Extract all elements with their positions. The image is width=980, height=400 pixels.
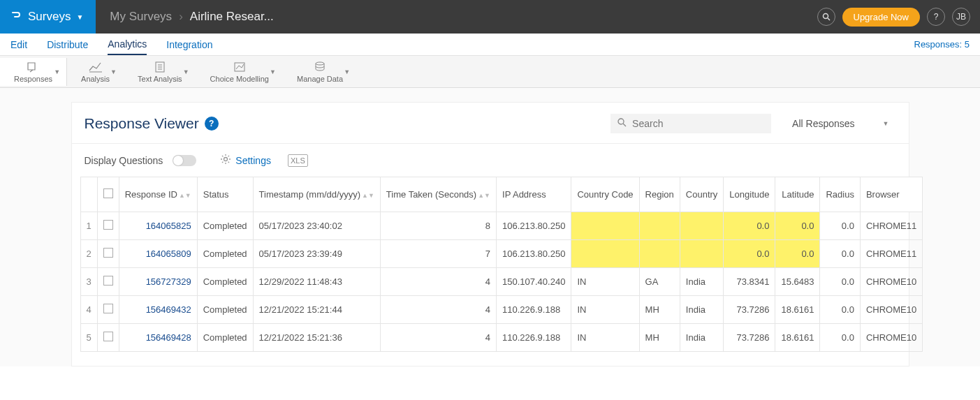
cell-time-taken: 4 [380, 296, 496, 324]
gear-icon [220, 154, 231, 167]
cell-country [680, 240, 724, 268]
cell-region: MH [639, 324, 680, 352]
cell-ip: 110.226.9.188 [497, 324, 571, 352]
col-ip[interactable]: IP Address [497, 177, 571, 212]
filter-dropdown[interactable]: All Responses ▼ [785, 114, 895, 133]
svg-line-1 [828, 18, 830, 20]
row-checkbox[interactable] [103, 220, 113, 230]
toolbar: Responses ▼ Analysis ▼ Text Analysis ▼ C… [0, 56, 980, 88]
table-row: 1164065825Completed05/17/2023 23:40:0281… [80, 212, 923, 240]
cell-time-taken: 4 [380, 268, 496, 296]
cell-region [639, 212, 680, 240]
panel-title-text: Response Viewer [85, 115, 199, 132]
controls-row: Display Questions Settings XLS [72, 144, 909, 177]
row-checkbox[interactable] [103, 304, 113, 313]
tool-text-analysis-label: Text Analysis [138, 75, 182, 83]
col-status[interactable]: Status [197, 177, 253, 212]
tab-integration[interactable]: Integration [166, 35, 212, 54]
response-id-link[interactable]: 164065825 [146, 221, 191, 231]
display-questions-toggle[interactable] [173, 155, 196, 166]
col-timestamp[interactable]: Timestamp (mm/dd/yyyy)▲▼ [253, 177, 380, 212]
cell-radius: 0.0 [820, 212, 860, 240]
cell-region: MH [639, 296, 680, 324]
caret-down-icon[interactable]: ▼ [106, 68, 121, 75]
cell-status: Completed [197, 268, 253, 296]
col-time-taken[interactable]: Time Taken (Seconds)▲▼ [380, 177, 496, 212]
cell-browser: CHROME11 [860, 240, 922, 268]
row-checkbox[interactable] [103, 276, 113, 286]
col-country[interactable]: Country [680, 177, 724, 212]
cell-radius: 0.0 [820, 324, 860, 352]
caret-down-icon[interactable]: ▼ [339, 68, 354, 75]
upgrade-button[interactable]: Upgrade Now [842, 8, 921, 27]
top-bar: Surveys ▼ My Surveys › Airline Resear...… [0, 0, 980, 34]
settings-label: Settings [235, 155, 271, 166]
cell-longitude: 73.7286 [724, 324, 775, 352]
col-latitude[interactable]: Latitude [775, 177, 820, 212]
cell-country: India [680, 268, 724, 296]
cell-longitude: 73.7286 [724, 296, 775, 324]
caret-down-icon: ▼ [76, 13, 83, 21]
cell-timestamp: 05/17/2023 23:39:49 [253, 240, 380, 268]
svg-point-8 [316, 62, 324, 65]
cell-response-id: 156469432 [119, 296, 197, 324]
col-longitude[interactable]: Longitude [724, 177, 775, 212]
cell-country: India [680, 296, 724, 324]
cell-country-code [571, 240, 639, 268]
response-id-link[interactable]: 164065809 [146, 249, 191, 259]
cell-checkbox [97, 324, 119, 352]
help-icon[interactable]: ? [927, 8, 945, 26]
response-id-link[interactable]: 156469428 [146, 332, 191, 343]
tool-manage-data-label: Manage Data [297, 75, 343, 83]
col-region[interactable]: Region [639, 177, 680, 212]
cell-region: GA [639, 268, 680, 296]
col-browser[interactable]: Browser [860, 177, 922, 212]
select-all-checkbox[interactable] [103, 188, 113, 198]
cell-longitude: 0.0 [724, 240, 775, 268]
manage-data-icon [312, 61, 328, 75]
breadcrumb-current: Airline Resear... [190, 10, 274, 24]
tab-distribute[interactable]: Distribute [47, 35, 88, 54]
tab-analytics[interactable]: Analytics [108, 34, 147, 55]
cell-latitude: 0.0 [775, 212, 820, 240]
responses-count[interactable]: Responses: 5 [914, 39, 970, 50]
caret-down-icon[interactable]: ▼ [50, 68, 64, 75]
cell-latitude: 18.6161 [775, 324, 820, 352]
response-id-link[interactable]: 156727329 [146, 276, 191, 287]
cell-radius: 0.0 [820, 268, 860, 296]
export-xls-button[interactable]: XLS [288, 154, 308, 167]
breadcrumb-parent[interactable]: My Surveys [110, 10, 172, 24]
response-id-link[interactable]: 156469432 [146, 304, 191, 315]
settings-link[interactable]: Settings [220, 154, 271, 167]
caret-down-icon[interactable]: ▼ [179, 68, 193, 75]
caret-down-icon[interactable]: ▼ [265, 68, 280, 75]
row-checkbox[interactable] [103, 248, 113, 258]
user-avatar[interactable]: JB [952, 8, 970, 26]
cell-response-id: 156727329 [119, 268, 197, 296]
choice-modelling-icon [232, 61, 247, 75]
cell-index: 2 [80, 240, 97, 268]
row-checkbox[interactable] [103, 332, 113, 341]
search-icon[interactable] [817, 8, 835, 26]
cell-longitude: 0.0 [724, 212, 775, 240]
cell-status: Completed [197, 324, 253, 352]
cell-response-id: 164065809 [119, 240, 197, 268]
surveys-menu-label: Surveys [28, 10, 71, 24]
tab-edit[interactable]: Edit [10, 35, 27, 54]
topbar-right: Upgrade Now ? JB [817, 8, 981, 27]
col-response-id[interactable]: Response ID▲▼ [119, 177, 197, 212]
cell-ip: 106.213.80.250 [497, 240, 571, 268]
cell-latitude: 15.6483 [775, 268, 820, 296]
search-box[interactable] [610, 114, 771, 133]
cell-status: Completed [197, 296, 253, 324]
chevron-right-icon: › [179, 10, 183, 24]
sort-icon: ▲▼ [362, 192, 374, 199]
search-input[interactable] [632, 118, 764, 129]
tool-choice-modelling-label: Choice Modelling [210, 75, 269, 83]
cell-browser: CHROME10 [860, 296, 922, 324]
panel-title: Response Viewer ? [85, 115, 219, 132]
col-radius[interactable]: Radius [820, 177, 860, 212]
col-country-code[interactable]: Country Code [571, 177, 639, 212]
surveys-menu-button[interactable]: Surveys ▼ [0, 0, 96, 34]
help-icon[interactable]: ? [205, 117, 219, 131]
